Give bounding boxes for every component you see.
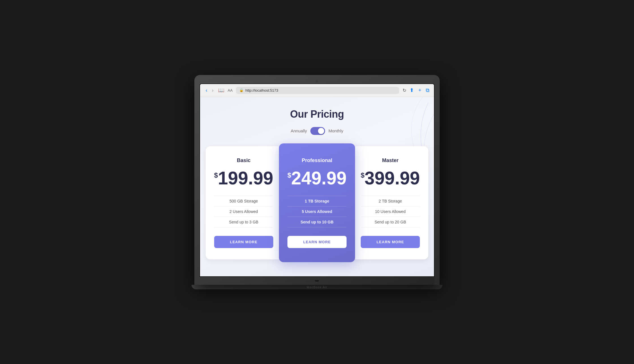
back-button[interactable]: ‹ <box>205 87 209 93</box>
pricing-cards: Basic $199.99 500 GB Storage 2 Users All… <box>206 146 428 259</box>
browser-content: Our Pricing Annually Monthly Basic <box>200 97 434 276</box>
add-tab-icon[interactable]: + <box>418 87 422 93</box>
pricing-card-professional: Professional $249.99 1 TB Storage 5 User… <box>279 143 355 262</box>
feature-item: 5 Users Allowed <box>287 206 347 217</box>
camera-dot <box>316 80 318 82</box>
feature-item: 10 Users Allowed <box>361 206 420 217</box>
laptop-base: MacBook Air <box>192 285 442 289</box>
browser-bar: ‹ › 📖 AA 🔒 http://localhost:5173 ↻ ⬆ + ⧉ <box>200 84 434 97</box>
lock-icon: 🔒 <box>239 88 244 92</box>
feature-item: 1 TB Storage <box>287 196 347 206</box>
price-dollar-master: $ <box>361 171 364 179</box>
url-text: http://localhost:5173 <box>245 88 278 92</box>
macbook-label: MacBook Air <box>307 285 327 289</box>
price-container-master: $399.99 <box>361 169 420 187</box>
bookmarks-icon[interactable]: 📖 <box>218 87 224 93</box>
pricing-card-basic: Basic $199.99 500 GB Storage 2 Users All… <box>206 146 282 259</box>
plan-name-master: Master <box>361 158 420 163</box>
tabs-icon[interactable]: ⧉ <box>426 87 429 93</box>
laptop-bottom <box>199 277 435 285</box>
plan-name-professional: Professional <box>287 158 347 163</box>
features-list-professional: 1 TB Storage 5 Users Allowed Send up to … <box>287 196 347 227</box>
feature-item: Send up to 20 GB <box>361 217 420 227</box>
feature-item: 2 Users Allowed <box>214 206 273 217</box>
monthly-label: Monthly <box>328 128 343 133</box>
pricing-card-master: Master $399.99 2 TB Storage 10 Users All… <box>352 146 428 259</box>
toggle-knob <box>318 128 324 134</box>
price-amount-basic: 199.99 <box>218 168 273 188</box>
features-list-basic: 500 GB Storage 2 Users Allowed Send up t… <box>214 196 273 227</box>
learn-more-button-master[interactable]: LEARN MORE <box>361 236 420 248</box>
aa-text[interactable]: AA <box>228 88 233 92</box>
price-dollar-professional: $ <box>287 171 291 179</box>
annually-label: Annually <box>291 128 307 133</box>
price-container-professional: $249.99 <box>287 169 347 187</box>
learn-more-button-professional[interactable]: LEARN MORE <box>287 236 347 248</box>
plan-name-basic: Basic <box>214 158 273 163</box>
price-amount-master: 399.99 <box>364 168 420 188</box>
price-amount-professional: 249.99 <box>291 168 347 188</box>
notch <box>315 280 319 282</box>
reload-button[interactable]: ↻ <box>403 88 406 93</box>
price-container-basic: $199.99 <box>214 169 273 187</box>
browser-nav: ‹ › <box>205 87 215 93</box>
feature-item: 500 GB Storage <box>214 196 273 206</box>
toggle-switch[interactable] <box>310 127 325 135</box>
feature-item: 2 TB Storage <box>361 196 420 206</box>
feature-item: Send up to 10 GB <box>287 217 347 227</box>
billing-toggle: Annually Monthly <box>206 127 428 135</box>
learn-more-button-basic[interactable]: LEARN MORE <box>214 236 273 248</box>
features-list-master: 2 TB Storage 10 Users Allowed Send up to… <box>361 196 420 227</box>
price-dollar-basic: $ <box>214 171 218 179</box>
feature-item: Send up to 3 GB <box>214 217 273 227</box>
laptop-body: ‹ › 📖 AA 🔒 http://localhost:5173 ↻ ⬆ + ⧉ <box>194 75 440 285</box>
browser-actions: ⬆ + ⧉ <box>410 87 430 93</box>
forward-button[interactable]: › <box>211 87 215 93</box>
share-icon[interactable]: ⬆ <box>410 87 414 93</box>
page-title: Our Pricing <box>206 108 428 120</box>
address-bar[interactable]: 🔒 http://localhost:5173 <box>236 87 399 94</box>
laptop-screen: ‹ › 📖 AA 🔒 http://localhost:5173 ↻ ⬆ + ⧉ <box>199 83 435 277</box>
laptop-container: ‹ › 📖 AA 🔒 http://localhost:5173 ↻ ⬆ + ⧉ <box>194 75 440 289</box>
